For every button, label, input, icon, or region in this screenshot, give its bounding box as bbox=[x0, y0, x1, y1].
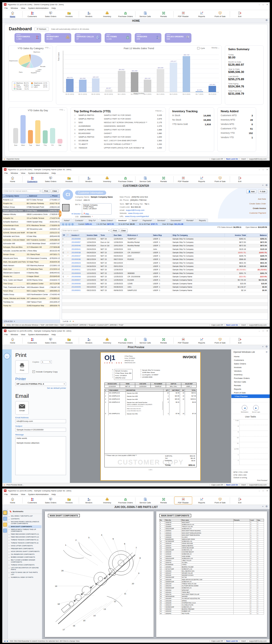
bookmark-item[interactable]: HAND LIFTER COMPONENTS bbox=[8, 544, 41, 547]
minimize-button[interactable]: – bbox=[259, 490, 260, 492]
opened-window-item[interactable]: Invoices bbox=[231, 365, 270, 369]
parts-row[interactable]: 14SS8110610SPSCREW M6 L=1024 bbox=[160, 549, 264, 551]
customer-row[interactable]: Thiel Group823 Lakeland Center(917)129-5… bbox=[2, 282, 60, 286]
customer-row[interactable]: Stracke Inc0 Hagan Street(510)645-6965 bbox=[2, 275, 60, 278]
parts-row[interactable]: 2422530900BALL BEARING 620122 bbox=[160, 570, 264, 572]
invoice-row[interactable]: I20100004109/24/2024NET 1510/09/20241111… bbox=[62, 248, 268, 251]
maximize-button[interactable]: □ bbox=[262, 490, 264, 492]
gear-icon[interactable]: ⚙ bbox=[266, 184, 268, 186]
menu-item-file[interactable]: File bbox=[4, 333, 8, 336]
customer-row[interactable]: Schroeder-Will61152 Westridge Street(415… bbox=[2, 242, 60, 245]
toolbar-item-inventory[interactable]: Inventory bbox=[98, 175, 116, 183]
map-link[interactable]: 📍Map bbox=[83, 213, 89, 215]
parts-row[interactable]: 18SS9121010SPSCREW M10 L=1022 bbox=[160, 557, 264, 559]
server-login-button[interactable]: ►Server Login bbox=[252, 405, 260, 413]
customer-row[interactable]: Roberts LLC83772 Debs Terrace(770)480-17… bbox=[2, 198, 60, 202]
maximize-button[interactable]: □ bbox=[262, 330, 264, 332]
parts-row[interactable]: 41SS4090410SPSCREW M4 L=922 bbox=[160, 606, 264, 608]
toolbar-item-purchase-orders[interactable]: $Purchase Orders bbox=[116, 496, 135, 505]
customer-search-input[interactable]: Enter text for manual search...▾ bbox=[3, 189, 41, 193]
parts-row[interactable]: 29SS8080410SPSCREW M4 L=822 bbox=[160, 581, 264, 583]
invoice-row[interactable]: I20100005712/04/2024Due on 1st12/06/2024… bbox=[62, 241, 268, 244]
invoice-row[interactable]: I20100001604/16/2024NET 1505/01/2024USER… bbox=[62, 265, 268, 268]
product-row[interactable]: 2SAMPLE-PART02SAMPLE PART #2 FOR DEMO2,8… bbox=[71, 117, 166, 121]
bookmark-item[interactable]: PRESSER BAR COMPONENTS bbox=[8, 547, 41, 550]
toolbar-item-invoices[interactable]: $Invoices bbox=[60, 336, 78, 345]
parts-row[interactable]: 3022531304THREAD TAKE-UP CAM11 bbox=[160, 583, 264, 585]
cycle-checkbox[interactable]: Cycle bbox=[197, 47, 205, 49]
toolbar-item-point-of-sale[interactable]: POSPoint of Sale bbox=[211, 175, 229, 183]
toolbar-item-vendors[interactable]: Vendors bbox=[80, 10, 98, 18]
pie-period-dropdown[interactable]: YTD ⌄ bbox=[45, 47, 51, 49]
product-row[interactable]: 1070000229UPPER KNIFE (KR23) FOR JUKI MO… bbox=[71, 146, 166, 149]
titlebar[interactable]: h HyperAct 11 (v23.05.119h) - Sample Com… bbox=[2, 489, 270, 493]
invoice-document[interactable]: O|1Z E R O - O N E 3 Park PlazaIrvine, C… bbox=[100, 352, 201, 481]
toolbar-item-inventory[interactable]: Inventory bbox=[98, 336, 116, 345]
bookmark-item[interactable]: NUMERICAL INDEX OF PARTS bbox=[8, 576, 41, 579]
customer-row[interactable]: Simonis and Sons574 Steensland Crossing(… bbox=[2, 257, 60, 260]
menu-item-system-administration[interactable]: System Administration bbox=[28, 172, 49, 174]
toolbar-item-home[interactable]: Home bbox=[3, 336, 22, 345]
trend-bar-column[interactable]: $2,063Wk 7 (2024) bbox=[193, 51, 206, 92]
parts-row[interactable]: 4422532401FELT PLATE21 bbox=[160, 612, 264, 615]
gear-icon[interactable]: ⚙ bbox=[266, 351, 268, 353]
expand-icon[interactable]: » bbox=[262, 345, 263, 348]
parts-row[interactable]: 211048100SCREW 3/8-16 L=1421 bbox=[160, 523, 264, 526]
customer-row[interactable]: Schuster, Leuschke and Wiza1 Rene Alley(… bbox=[2, 249, 60, 253]
tab-documents[interactable]: Documents* bbox=[168, 219, 184, 222]
parts-row[interactable]: 122528706MAIN SHAFT11 bbox=[160, 521, 264, 523]
invoice-number-link[interactable]: 201000001 bbox=[71, 289, 86, 291]
parts-row[interactable]: 2622531106WASHER 8.2X16X122 bbox=[160, 574, 264, 576]
maximize-button[interactable]: □ bbox=[262, 168, 264, 171]
customer-table-header[interactable]: ⌄ Company Name⌄ Address1⌄ Phone bbox=[2, 194, 60, 198]
clear-button[interactable]: Clear bbox=[119, 229, 128, 233]
opened-window-item[interactable]: Service Calls bbox=[231, 380, 270, 384]
attachments-panel-icon[interactable] bbox=[3, 523, 7, 527]
close-button[interactable]: ✕ bbox=[266, 168, 268, 171]
menu-item-window[interactable]: Window bbox=[11, 172, 18, 174]
customer-row[interactable]: Schamberger-Koss8791 Waubesa Terrace(716… bbox=[2, 224, 60, 227]
trend-bar-column[interactable]: $35,104Wk 52 (2023) bbox=[89, 51, 102, 92]
column-header[interactable]: Reference # bbox=[127, 234, 152, 237]
direction-link[interactable]: ⛯ Direction bbox=[71, 213, 81, 215]
calendar-row[interactable]: 9 bbox=[233, 431, 268, 437]
parts-row[interactable]: 3322531502SPROCKET11 bbox=[160, 589, 264, 591]
trend-bar-column[interactable]: $31,894Wk 51 (2023) bbox=[76, 51, 89, 92]
invoice-number-link[interactable]: 201000057 bbox=[71, 241, 86, 243]
parts-row[interactable]: 1322530306CRANK BALANCER11 bbox=[160, 547, 264, 549]
calendar-cell[interactable] bbox=[240, 420, 268, 425]
close-button[interactable]: ✕ bbox=[266, 490, 268, 492]
invoice-row[interactable]: C20100001112/11/2023NET 1512/26/2023USER… bbox=[62, 268, 268, 272]
product-row[interactable]: 35202NEEDLE SET SCREW ORIGINAL F/PEGASUS… bbox=[71, 121, 166, 124]
tab-ship-to[interactable]: Ship To* bbox=[86, 219, 98, 222]
toolbar-item-purchase-orders[interactable]: $Purchase Orders bbox=[116, 10, 135, 18]
toolbar-item-rentals[interactable]: Rentals bbox=[154, 336, 173, 345]
column-header[interactable]: Invoice Date bbox=[86, 234, 100, 237]
toolbar-item-point-of-sale[interactable]: POSPoint of Sale bbox=[211, 496, 229, 505]
toolbar-item-reports[interactable]: Reports bbox=[192, 336, 211, 345]
day-bar-column[interactable]: Sat bbox=[58, 114, 62, 146]
customer-row[interactable]: Schneider, Crist and Walsh6407 Karstens … bbox=[2, 238, 60, 242]
opened-window-item[interactable]: Inventory bbox=[231, 373, 270, 376]
opened-window-item[interactable]: Vendors bbox=[231, 369, 270, 373]
day-bar-column[interactable]: Wed bbox=[35, 114, 40, 146]
invoice-row[interactable]: I20100004609/24/2024Due on 1st10/01/2024… bbox=[62, 244, 268, 248]
gear-icon[interactable]: ⚙ bbox=[266, 19, 268, 21]
customer-row[interactable]: Thiel, Powlowski and Ryan3403 Bluestem S… bbox=[2, 286, 60, 289]
customer-row[interactable]: Stark-Hansen030 Warming Avenue(212)691-1… bbox=[2, 264, 60, 267]
invoice-row[interactable]: I20100000712/10/2023NET 1512/25/2023D123… bbox=[62, 279, 268, 282]
customer-row[interactable]: Tromp Inc31483 Arapahoe Way(850)636-7941 bbox=[2, 304, 60, 308]
customer-row[interactable]: Stiedemann-Gaylord9 Starling Way(646)440… bbox=[2, 271, 60, 275]
bookmark-item[interactable]: DDL-5556N-7-WB PARTS LIST bbox=[8, 515, 41, 518]
menu-item-file[interactable]: File bbox=[4, 7, 8, 9]
parts-row[interactable]: 4022532104OIL SHIELD PLATE11 bbox=[160, 604, 264, 606]
menu-item-help[interactable]: Help bbox=[52, 7, 56, 9]
customer-row[interactable]: Towne, Nikolaus and Hickle997 Lakewood J… bbox=[2, 297, 60, 300]
customer-row[interactable]: Sample Company Name3 Park Plaza(949)752-… bbox=[2, 209, 60, 213]
set-default-printer-link[interactable]: Set as default printer bbox=[15, 387, 66, 389]
toolbar-item-rentals[interactable]: Rentals bbox=[154, 175, 173, 183]
column-header[interactable]: Sales Rep bbox=[152, 234, 172, 237]
bookmark-item[interactable]: MACHINE FRAME & MISCELLANEOUS COVER COMP… bbox=[8, 520, 41, 525]
parts-row[interactable]: 822926008OIL WICK21 bbox=[160, 536, 264, 538]
minimize-button[interactable]: – bbox=[259, 330, 260, 332]
